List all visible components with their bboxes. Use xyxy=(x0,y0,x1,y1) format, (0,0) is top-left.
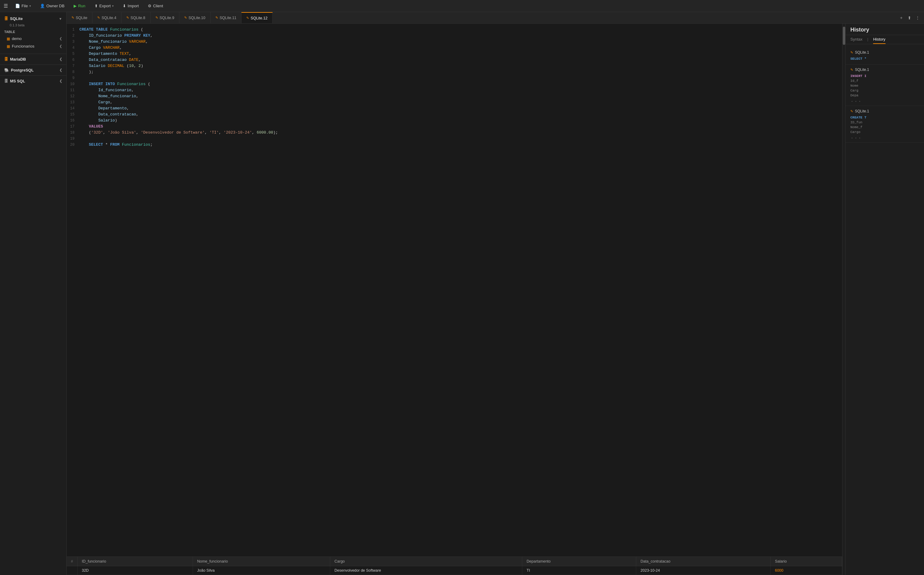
import-icon: ⬇ xyxy=(123,4,126,8)
mariadb-icon: 🗄 xyxy=(4,57,8,62)
sidebar-item-mariadb[interactable]: 🗄 MariaDB ❮ xyxy=(0,55,66,63)
run-icon: ▶ xyxy=(74,4,77,8)
history-entry[interactable]: ✎SQLite.1INSERT I Id_f Nome Carg Depa... xyxy=(846,65,924,106)
tabs-actions: ＋ ⬆ ⋮ xyxy=(898,14,924,22)
scrollbar-thumb xyxy=(843,27,845,45)
history-tabs: Syntax | History xyxy=(846,35,924,44)
tab-share-button[interactable]: ⬆ xyxy=(907,14,913,22)
sqlite-chevron-icon: ▼ xyxy=(59,17,62,21)
code-line: 14 Departamento, xyxy=(67,105,842,111)
postgresql-icon: 🐘 xyxy=(4,68,9,72)
tab-sqlite12[interactable]: ✎ SQLite.12 xyxy=(241,12,273,24)
ownerdb-icon: 👤 xyxy=(40,4,45,8)
content-area: ✎ SQLite ✎ SQLite.4 ✎ SQLite.8 ✎ SQLite.… xyxy=(67,12,924,575)
code-editor[interactable]: 1CREATE TABLE Funcionarios (2 ID_funcion… xyxy=(67,24,842,556)
code-line: 18 ('32D', 'João Silva', 'Desenvolvedor … xyxy=(67,130,842,136)
table-row: 32DJoão SilvaDesenvolvedor de SoftwareTI… xyxy=(67,566,842,575)
tab-sqlite12-icon: ✎ xyxy=(246,16,249,20)
menu-run[interactable]: ▶ Run xyxy=(72,2,87,10)
code-line: 11 Id_funcionario, xyxy=(67,87,842,93)
code-line: 17 VALUES xyxy=(67,124,842,130)
col-header-salario: Salario xyxy=(770,557,842,566)
tab-sqlite10[interactable]: ✎ SQLite.10 xyxy=(179,12,211,24)
history-tab-history[interactable]: History xyxy=(873,35,885,44)
sqlite-version: 0.1.3 beta xyxy=(0,23,66,29)
code-line: 9 xyxy=(67,75,842,81)
sidebar-divider-1 xyxy=(0,54,66,54)
sidebar-item-sqlite[interactable]: 🗄 SQLite ▼ xyxy=(0,14,66,23)
sidebar-item-mssql[interactable]: 🗄 MS SQL ❮ xyxy=(0,77,66,85)
editor-scrollbar[interactable] xyxy=(842,24,845,575)
mariadb-chevron-icon: ❮ xyxy=(59,57,62,61)
code-line: 4 Cargo VARCHAR, xyxy=(67,45,842,51)
menu-export[interactable]: ⬆ Export ▾ xyxy=(93,2,116,10)
code-line: 15 Data_contratacao, xyxy=(67,111,842,118)
menubar: ☰ 📄 File ▾ 👤 Owner DB ▶ Run ⬆ Export ▾ ⬇… xyxy=(0,0,924,12)
history-ellipsis: ... xyxy=(850,135,919,139)
tab-sqlite9[interactable]: ✎ SQLite.9 xyxy=(151,12,179,24)
tab-sqlite[interactable]: ✎ SQLite xyxy=(67,12,92,24)
code-line: 7 Salario DECIMAL (10, 2) xyxy=(67,63,842,69)
history-title: History xyxy=(846,24,924,35)
history-content: ✎SQLite.1SELECT *✎SQLite.1INSERT I Id_f … xyxy=(846,44,924,575)
col-header-index: # xyxy=(67,557,77,566)
client-icon: ⚙ xyxy=(148,4,151,8)
sidebar: 🗄 SQLite ▼ 0.1.3 beta Table ▦ demo ❮ ▦ F… xyxy=(0,12,67,575)
tab-sqlite4[interactable]: ✎ SQLite.4 xyxy=(92,12,121,24)
code-line: 19 xyxy=(67,136,842,142)
sqlite-db-icon: 🗄 xyxy=(4,16,8,21)
sidebar-section-sqlite: 🗄 SQLite ▼ 0.1.3 beta Table ▦ demo ❮ ▦ F… xyxy=(0,12,66,52)
table-icon-funcionarios: ▦ xyxy=(7,44,10,48)
tab-sqlite8-icon: ✎ xyxy=(126,16,129,20)
editor-pane: 1CREATE TABLE Funcionarios (2 ID_funcion… xyxy=(67,24,842,575)
code-line: 1CREATE TABLE Funcionarios ( xyxy=(67,27,842,33)
code-line: 12 Nome_funcionario, xyxy=(67,93,842,99)
postgresql-chevron-icon: ❮ xyxy=(59,68,62,72)
history-sql-preview: INSERT I Id_f Nome Carg Depa... xyxy=(850,74,919,103)
tab-sqlite-icon: ✎ xyxy=(71,16,74,20)
funcionarios-chevron-icon: ❮ xyxy=(59,44,62,48)
edit-icon: ✎ xyxy=(850,68,853,72)
mssql-chevron-icon: ❮ xyxy=(59,79,62,83)
mssql-icon: 🗄 xyxy=(4,79,8,83)
sidebar-item-demo[interactable]: ▦ demo ❮ xyxy=(0,35,66,43)
hamburger-icon[interactable]: ☰ xyxy=(4,3,8,9)
sidebar-item-postgresql[interactable]: 🐘 PostgreSQL ❮ xyxy=(0,66,66,74)
code-line: 8 ); xyxy=(67,69,842,75)
menu-file[interactable]: 📄 File ▾ xyxy=(13,2,33,10)
edit-icon: ✎ xyxy=(850,110,853,113)
history-panel: History Syntax | History ✎SQLite.1SELECT… xyxy=(845,24,924,575)
tab-sqlite11[interactable]: ✎ SQLite.11 xyxy=(211,12,242,24)
col-header-nome: Nome_funcionario xyxy=(193,557,330,566)
file-icon: 📄 xyxy=(15,4,20,8)
editor-history-split: 1CREATE TABLE Funcionarios (2 ID_funcion… xyxy=(67,24,924,575)
history-entry[interactable]: ✎SQLite.1SELECT * xyxy=(846,47,924,65)
results-pane: # ID_funcionario Nome_funcionario Cargo … xyxy=(67,556,842,575)
code-line: 20 SELECT * FROM Funcionarios; xyxy=(67,142,842,148)
tab-sqlite11-icon: ✎ xyxy=(215,16,218,20)
history-sql-preview: CREATE T ID_fun Nome_f Cargo ... xyxy=(850,115,919,139)
code-line: 10 INSERT INTO Funcionarios ( xyxy=(67,81,842,87)
sidebar-item-funcionarios[interactable]: ▦ Funcionarios ❮ xyxy=(0,43,66,50)
table-icon-demo: ▦ xyxy=(7,37,10,41)
history-tab-syntax[interactable]: Syntax xyxy=(850,35,862,44)
tab-sqlite8[interactable]: ✎ SQLite.8 xyxy=(121,12,151,24)
col-header-id: ID_funcionario xyxy=(77,557,193,566)
history-sql-preview: SELECT * xyxy=(850,56,919,61)
tabs-bar: ✎ SQLite ✎ SQLite.4 ✎ SQLite.8 ✎ SQLite.… xyxy=(67,12,924,24)
code-line: 6 Data_contratacao DATE, xyxy=(67,57,842,63)
history-ellipsis: ... xyxy=(850,98,919,103)
tab-add-button[interactable]: ＋ xyxy=(898,14,905,22)
menu-ownerdb[interactable]: 👤 Owner DB xyxy=(38,2,66,10)
menu-client[interactable]: ⚙ Client xyxy=(146,2,165,10)
results-table: # ID_funcionario Nome_funcionario Cargo … xyxy=(67,557,842,575)
col-header-cargo: Cargo xyxy=(330,557,522,566)
demo-chevron-icon: ❮ xyxy=(59,37,62,41)
sidebar-divider-3 xyxy=(0,75,66,76)
tab-more-button[interactable]: ⋮ xyxy=(914,14,921,22)
history-entry[interactable]: ✎SQLite.1CREATE T ID_fun Nome_f Cargo ..… xyxy=(846,106,924,143)
menu-import[interactable]: ⬇ Import xyxy=(121,2,141,10)
main-layout: 🗄 SQLite ▼ 0.1.3 beta Table ▦ demo ❮ ▦ F… xyxy=(0,12,924,575)
history-entry-title: ✎SQLite.1 xyxy=(850,68,919,72)
edit-icon: ✎ xyxy=(850,51,853,54)
